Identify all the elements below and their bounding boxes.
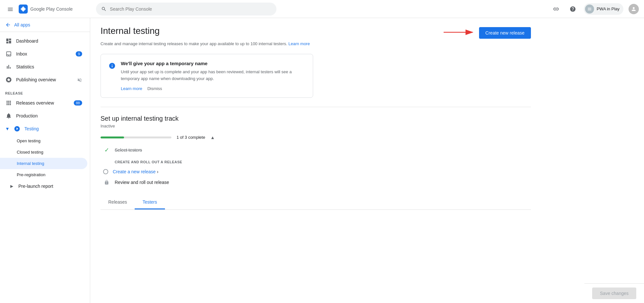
step-select-testers: ✓ Select testers (103, 146, 531, 154)
testing-icon (14, 126, 21, 132)
subtitle-learn-more-link[interactable]: Learn more (288, 41, 310, 46)
back-arrow-icon (5, 22, 11, 28)
progress-chevron[interactable]: ▲ (210, 135, 215, 140)
content-area: Internal testing Create new release (90, 18, 644, 303)
sidebar-label-closed-testing: Closed testing (17, 150, 43, 155)
hamburger-icon[interactable] (5, 5, 15, 13)
progress-text: 1 of 3 complete (177, 135, 205, 140)
app-chip-label: PWA in Play (597, 6, 620, 11)
search-input[interactable] (110, 6, 271, 12)
sidebar-item-pre-launch-report[interactable]: ▶ Pre-launch report (0, 180, 87, 192)
progress-bar-container (101, 136, 171, 138)
sidebar-item-internal-testing[interactable]: Internal testing (0, 158, 87, 169)
step-create-release: Create a new release › (103, 169, 531, 174)
sidebar-nav: Dashboard Inbox 9 Statistics (0, 32, 90, 195)
sidebar-label-open-testing: Open testing (17, 138, 41, 143)
create-release-step-link[interactable]: Create a new release (113, 169, 156, 174)
sidebar-item-publishing[interactable]: Publishing overview (0, 73, 87, 86)
link-icon[interactable] (550, 3, 562, 15)
lock-icon (103, 179, 110, 185)
info-card-content: We'll give your app a temporary name Unt… (121, 61, 305, 91)
topbar: Google Play Console PWA in Play (0, 0, 644, 18)
content-inner: Internal testing Create new release (90, 18, 541, 217)
search-bar[interactable] (96, 3, 276, 15)
step-check-icon: ✓ (103, 146, 110, 154)
sidebar-item-pre-registration[interactable]: Pre-registration (0, 169, 87, 180)
tab-testers[interactable]: Testers (135, 196, 165, 209)
testing-expand-chevron: ▼ (5, 126, 10, 131)
tab-releases[interactable]: Releases (101, 196, 135, 209)
mute-icon (77, 77, 82, 82)
dashboard-icon (5, 38, 12, 44)
app-chip[interactable]: PWA in Play (584, 3, 623, 15)
search-icon (101, 6, 107, 12)
arrow-annotation: Create new release (440, 26, 531, 39)
all-apps-button[interactable]: All apps (0, 18, 90, 32)
sidebar-item-production[interactable]: Production (0, 109, 87, 122)
sidebar-label-production: Production (16, 113, 38, 118)
info-card-text: Until your app set up is complete and yo… (121, 69, 305, 82)
sidebar-item-testing[interactable]: ▼ Testing (0, 122, 87, 135)
progress-section: 1 of 3 complete ▲ (101, 135, 531, 140)
tabs-section: Releases Testers (101, 196, 531, 210)
step-label-review-rollout: Review and roll out release (115, 180, 169, 185)
production-icon (5, 113, 12, 119)
svg-point-1 (22, 8, 24, 10)
step-label-select-testers: Select testers (115, 147, 142, 153)
app-chip-icon (585, 5, 594, 14)
releases-overview-icon (5, 100, 12, 106)
page-subtitle: Create and manage internal testing relea… (101, 41, 531, 46)
pre-launch-expand-icon: ▶ (10, 184, 13, 188)
info-card: We'll give your app a temporary name Unt… (101, 54, 313, 98)
sidebar-label-statistics: Statistics (16, 64, 34, 69)
sidebar-label-inbox: Inbox (16, 51, 27, 56)
page-title: Internal testing (101, 26, 160, 36)
inbox-icon (5, 51, 12, 57)
step-label-create-release[interactable]: Create a new release › (113, 169, 159, 174)
page-header: Internal testing Create new release (101, 26, 531, 39)
save-changes-button[interactable]: Save changes (592, 288, 636, 299)
logo-text: Google Play Console (30, 6, 73, 12)
info-card-actions: Learn more Dismiss (121, 86, 305, 91)
section-divider (101, 107, 531, 107)
setup-status: Inactive (101, 124, 531, 128)
logo-area: Google Play Console (19, 5, 73, 14)
user-avatar[interactable] (629, 4, 639, 14)
sidebar-item-statistics[interactable]: Statistics (0, 60, 87, 73)
sidebar: All apps Dashboard Inbox 9 (0, 18, 90, 303)
publishing-icon (5, 76, 12, 83)
progress-bar-fill (101, 136, 124, 138)
sidebar-label-testing: Testing (24, 126, 39, 131)
sidebar-label-pre-launch-report: Pre-launch report (18, 184, 53, 189)
info-card-dismiss[interactable]: Dismiss (147, 86, 162, 91)
sidebar-label-releases-overview: Releases overview (16, 100, 54, 106)
step-review-rollout: Review and roll out release (103, 179, 531, 185)
info-card-title: We'll give your app a temporary name (121, 61, 305, 66)
help-icon[interactable] (567, 3, 579, 15)
sidebar-label-internal-testing: Internal testing (17, 161, 44, 166)
sidebar-label-publishing: Publishing overview (16, 77, 56, 82)
sidebar-item-releases-overview[interactable]: Releases overview 88 (0, 96, 87, 109)
steps-list: ✓ Select testers CREATE AND ROLL OUT A R… (101, 146, 531, 185)
create-release-button[interactable]: Create new release (479, 27, 531, 39)
inbox-badge: 9 (76, 51, 82, 56)
topbar-left: Google Play Console (5, 5, 92, 14)
save-bar: Save changes (584, 283, 644, 303)
releases-badge: 88 (74, 100, 82, 106)
sidebar-item-inbox[interactable]: Inbox 9 (0, 47, 87, 60)
sidebar-item-dashboard[interactable]: Dashboard (0, 35, 87, 47)
statistics-icon (5, 64, 12, 70)
release-section-label: Release (0, 86, 90, 96)
all-apps-label: All apps (14, 22, 30, 27)
topbar-right: PWA in Play (550, 3, 639, 15)
setup-title: Set up internal testing track (101, 115, 531, 122)
sidebar-item-closed-testing[interactable]: Closed testing (0, 146, 87, 158)
info-card-learn-more[interactable]: Learn more (121, 86, 142, 91)
info-card-icon (109, 61, 116, 91)
sidebar-label-pre-registration: Pre-registration (17, 172, 45, 177)
red-arrow-annotation (440, 26, 479, 39)
main-layout: All apps Dashboard Inbox 9 (0, 18, 644, 303)
sidebar-item-open-testing[interactable]: Open testing (0, 135, 87, 146)
sidebar-label-dashboard: Dashboard (16, 38, 38, 44)
step-sublabel-create: CREATE AND ROLL OUT A RELEASE (103, 159, 531, 164)
